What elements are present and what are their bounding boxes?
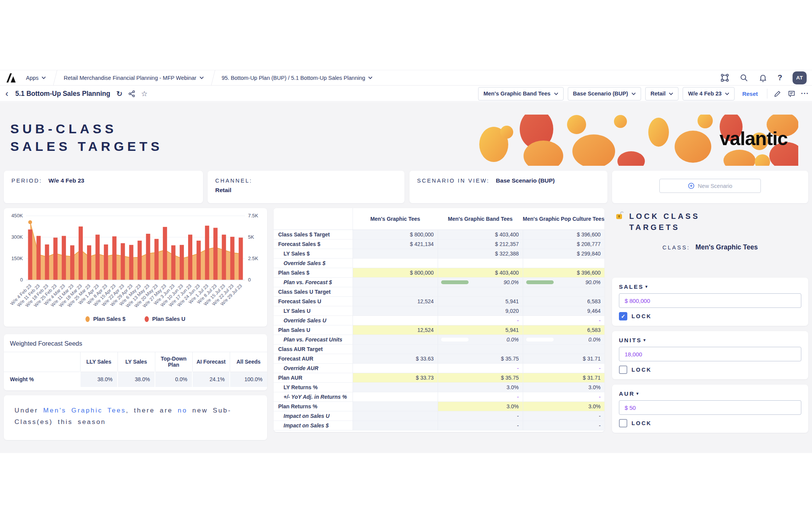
table-cell[interactable]: $ 208,777	[523, 239, 604, 249]
back-icon[interactable]: ‹	[5, 90, 8, 97]
table-cell[interactable]: -	[438, 363, 523, 373]
table-cell[interactable]: $ 421,134	[353, 239, 438, 249]
table-cell[interactable]	[438, 287, 523, 296]
section-label[interactable]: SALES▼	[619, 283, 801, 290]
table-cell[interactable]	[523, 344, 604, 354]
new-scenario-button[interactable]: New Scenario	[659, 179, 761, 193]
table-cell[interactable]: 3.0%	[438, 401, 523, 411]
seeds-cell[interactable]: 38.0%	[80, 372, 118, 387]
table-cell[interactable]: 5,941	[438, 325, 523, 335]
seeds-cell[interactable]: 0.0%	[155, 372, 192, 387]
filter-dropdown-3[interactable]: W/e 4 Feb 23	[683, 87, 735, 100]
table-cell[interactable]	[353, 363, 438, 373]
table-cell[interactable]: $ 800,000	[353, 230, 438, 239]
seeds-cell[interactable]: 100.0%	[230, 372, 267, 387]
table-cell[interactable]: 3.0%	[523, 382, 604, 392]
units-target-input[interactable]	[619, 347, 801, 361]
table-cell[interactable]: $ 33.73	[353, 373, 438, 382]
table-cell[interactable]: 0.0%	[523, 335, 604, 344]
favorite-icon[interactable]: ☆	[141, 89, 148, 98]
more-icon[interactable]: ···	[801, 90, 809, 98]
help-icon[interactable]: ?	[778, 73, 782, 82]
filter-dropdown-1[interactable]: Base Scenario (BUP)	[568, 87, 641, 100]
table-cell[interactable]: 3.0%	[438, 382, 523, 392]
seeds-cell[interactable]: 24.1%	[192, 372, 230, 387]
section-label[interactable]: AUR▼	[619, 390, 801, 397]
table-cell[interactable]	[353, 344, 438, 354]
table-cell[interactable]	[353, 315, 438, 325]
table-cell[interactable]	[353, 277, 438, 287]
table-cell[interactable]	[353, 411, 438, 421]
table-cell[interactable]	[353, 401, 438, 411]
table-cell[interactable]: $ 35.75	[438, 354, 523, 363]
table-cell[interactable]: $ 35.75	[438, 373, 523, 382]
table-cell[interactable]: 90.0%	[523, 277, 604, 287]
lock-checkbox-checked[interactable]: ✓	[619, 312, 627, 320]
table-cell[interactable]	[353, 287, 438, 296]
table-cell[interactable]: 6,583	[523, 296, 604, 306]
table-cell[interactable]: -	[438, 411, 523, 421]
table-cell[interactable]	[438, 344, 523, 354]
avatar[interactable]: AT	[793, 71, 807, 84]
breadcrumb-apps[interactable]: Apps	[26, 75, 46, 81]
workflow-icon[interactable]	[720, 73, 729, 82]
share-icon[interactable]	[128, 90, 135, 97]
table-cell[interactable]	[353, 421, 438, 430]
table-cell[interactable]	[353, 382, 438, 392]
table-cell[interactable]	[353, 249, 438, 258]
table-cell[interactable]: 9,020	[438, 306, 523, 315]
table-cell[interactable]: 6,583	[523, 325, 604, 335]
table-cell[interactable]	[353, 258, 438, 268]
table-cell[interactable]: 90.0%	[438, 277, 523, 287]
table-cell[interactable]: 9,464	[523, 306, 604, 315]
table-cell[interactable]	[353, 306, 438, 315]
table-cell[interactable]: -	[438, 421, 523, 430]
table-cell[interactable]: 0.0%	[438, 335, 523, 344]
table-cell[interactable]	[438, 258, 523, 268]
filter-dropdown-2[interactable]: Retail	[645, 87, 679, 100]
reset-button[interactable]: Reset	[742, 91, 758, 97]
notifications-icon[interactable]	[759, 73, 767, 82]
filter-dropdown-0[interactable]: Men's Graphic Band Tees	[478, 87, 564, 100]
table-cell[interactable]: 5,941	[438, 296, 523, 306]
refresh-icon[interactable]: ↻	[116, 89, 122, 98]
table-cell[interactable]: $ 800,000	[353, 268, 438, 277]
edit-icon[interactable]	[773, 90, 781, 98]
table-cell[interactable]: $ 396,600	[523, 230, 604, 239]
lock-checkbox-unchecked[interactable]	[619, 419, 627, 427]
table-cell[interactable]: -	[523, 421, 604, 430]
table-cell[interactable]: $ 31.71	[523, 354, 604, 363]
aur-target-input[interactable]	[619, 400, 801, 415]
table-cell[interactable]: $ 33.63	[353, 354, 438, 363]
lock-checkbox-unchecked[interactable]	[619, 366, 627, 374]
table-cell[interactable]: -	[438, 315, 523, 325]
table-cell[interactable]: $ 322,388	[438, 249, 523, 258]
table-cell[interactable]: $ 212,357	[438, 239, 523, 249]
table-cell[interactable]: $ 31.71	[523, 373, 604, 382]
search-icon[interactable]	[740, 73, 748, 82]
table-cell[interactable]: -	[523, 392, 604, 401]
table-cell[interactable]	[523, 287, 604, 296]
seeds-cell[interactable]: 38.0%	[118, 372, 155, 387]
table-cell[interactable]: 12,524	[353, 325, 438, 335]
table-cell[interactable]: -	[523, 363, 604, 373]
breadcrumb-app-name[interactable]: Retail Merchandise Financial Planning - …	[64, 75, 204, 81]
table-cell[interactable]: -	[438, 392, 523, 401]
comment-icon[interactable]	[788, 90, 796, 98]
table-cell[interactable]: 3.0%	[523, 401, 604, 411]
table-cell[interactable]	[353, 392, 438, 401]
section-label[interactable]: UNITS▼	[619, 337, 801, 343]
table-cell[interactable]: $ 403,400	[438, 230, 523, 239]
breadcrumb-page-path[interactable]: 95. Bottom-Up Plan (BUP) / 5.1 Bottom-Up…	[222, 75, 372, 81]
table-cell[interactable]: $ 396,600	[523, 268, 604, 277]
table-cell[interactable]: -	[523, 315, 604, 325]
table-cell[interactable]	[523, 258, 604, 268]
table-cell[interactable]: 12,524	[353, 296, 438, 306]
anaplan-logo-icon[interactable]	[6, 73, 16, 83]
table-cell[interactable]: -	[523, 411, 604, 421]
table-cell[interactable]: $ 299,840	[523, 249, 604, 258]
sales-target-input[interactable]	[619, 293, 801, 308]
table-cell[interactable]	[353, 335, 438, 344]
table-cell[interactable]: $ 403,400	[438, 268, 523, 277]
note-class-link[interactable]: Men's Graphic Tees	[43, 407, 126, 414]
